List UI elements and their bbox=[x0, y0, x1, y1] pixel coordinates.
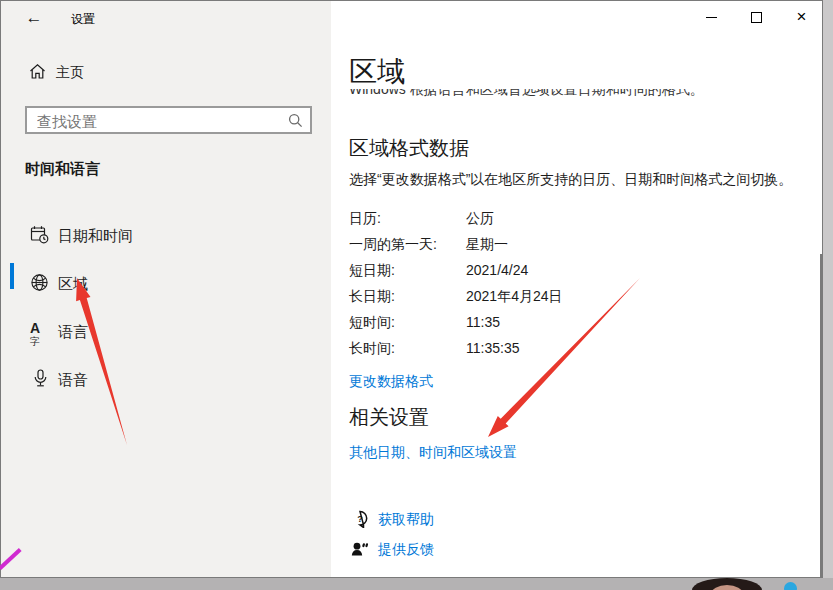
sidebar-item-region[interactable]: 区域 bbox=[1, 263, 331, 303]
desktop-background-right bbox=[823, 0, 833, 590]
maximize-icon bbox=[751, 12, 762, 23]
search-icon[interactable] bbox=[288, 113, 303, 128]
regional-format-description: 选择“更改数据格式”以在地区所支持的日历、日期和时间格式之间切换。 bbox=[349, 171, 819, 189]
format-row-label: 长日期: bbox=[349, 288, 395, 304]
window-title: 设置 bbox=[71, 11, 95, 28]
home-icon bbox=[29, 63, 46, 80]
format-row-value: 2021年4月24日 bbox=[466, 288, 563, 306]
format-row-label: 日历: bbox=[349, 210, 381, 226]
additional-date-time-region-settings-link[interactable]: 其他日期、时间和区域设置 bbox=[349, 444, 517, 462]
maximize-button[interactable] bbox=[734, 1, 779, 33]
page-intro-clipped-text: Windows 根据语言和区域首选项设置日期和时间的格式。 bbox=[349, 89, 769, 99]
search-box[interactable] bbox=[25, 106, 312, 134]
blue-dot-fragment bbox=[784, 582, 797, 590]
desktop-background-bottom bbox=[0, 578, 833, 590]
regional-format-data-heading: 区域格式数据 bbox=[349, 135, 469, 162]
webcam-person-face bbox=[711, 585, 743, 590]
format-row-value: 星期一 bbox=[466, 236, 508, 254]
sidebar-item-date-time[interactable]: 日期和时间 bbox=[1, 215, 331, 255]
sidebar: ← 设置 主页 时间和语言 bbox=[1, 1, 331, 577]
globe-icon bbox=[30, 273, 50, 293]
format-row-label: 长时间: bbox=[349, 340, 395, 356]
change-data-formats-link[interactable]: 更改数据格式 bbox=[349, 373, 433, 391]
back-button[interactable]: ← bbox=[19, 6, 49, 30]
format-row-short-date: 短日期: 2021/4/24 bbox=[349, 262, 769, 282]
sidebar-item-label: 语言 bbox=[58, 323, 88, 342]
sidebar-item-language[interactable]: A字 语言 bbox=[1, 311, 331, 351]
page-title: 区域 bbox=[349, 53, 405, 91]
webcam-person-fragment bbox=[692, 578, 762, 590]
format-row-value: 2021/4/24 bbox=[466, 262, 528, 278]
get-help-link[interactable]: 获取帮助 bbox=[378, 511, 434, 529]
microphone-icon bbox=[33, 369, 53, 389]
sidebar-item-label: 日期和时间 bbox=[58, 227, 133, 246]
format-row-long-date: 长日期: 2021年4月24日 bbox=[349, 288, 769, 308]
minimize-button[interactable] bbox=[689, 1, 734, 33]
sidebar-item-label: 区域 bbox=[58, 275, 88, 294]
close-icon: × bbox=[779, 1, 824, 33]
feedback-person-icon bbox=[351, 540, 369, 558]
svg-text:?: ? bbox=[357, 514, 363, 524]
sidebar-item-speech[interactable]: 语音 bbox=[1, 359, 331, 399]
sidebar-section-header: 时间和语言 bbox=[25, 160, 100, 179]
format-row-long-time: 长时间: 11:35:35 bbox=[349, 340, 769, 360]
format-row-value: 11:35 bbox=[466, 314, 500, 330]
format-row-value: 11:35:35 bbox=[466, 340, 519, 356]
format-row-first-day: 一周的第一天: 星期一 bbox=[349, 236, 769, 256]
settings-window: ← 设置 主页 时间和语言 bbox=[0, 0, 823, 578]
sidebar-item-label: 语音 bbox=[58, 371, 88, 390]
language-icon-zi: 字 bbox=[30, 336, 40, 347]
calendar-clock-icon bbox=[30, 225, 50, 245]
format-row-short-time: 短时间: 11:35 bbox=[349, 314, 769, 334]
language-icon: A字 bbox=[30, 319, 50, 339]
format-row-label: 短时间: bbox=[349, 314, 395, 330]
format-row-value: 公历 bbox=[466, 210, 494, 228]
close-button[interactable]: × bbox=[779, 1, 824, 33]
sidebar-home-label: 主页 bbox=[56, 64, 84, 82]
search-input[interactable] bbox=[35, 110, 279, 132]
format-row-calendar: 日历: 公历 bbox=[349, 210, 769, 230]
feedback-link[interactable]: 提供反馈 bbox=[378, 541, 434, 559]
minimize-icon bbox=[706, 17, 717, 18]
help-bubble-icon: ? bbox=[351, 510, 369, 528]
scrollbar-thumb[interactable] bbox=[820, 254, 822, 578]
format-row-label: 一周的第一天: bbox=[349, 236, 437, 252]
language-icon-a: A bbox=[30, 320, 40, 336]
related-settings-heading: 相关设置 bbox=[349, 404, 429, 431]
format-row-label: 短日期: bbox=[349, 262, 395, 278]
